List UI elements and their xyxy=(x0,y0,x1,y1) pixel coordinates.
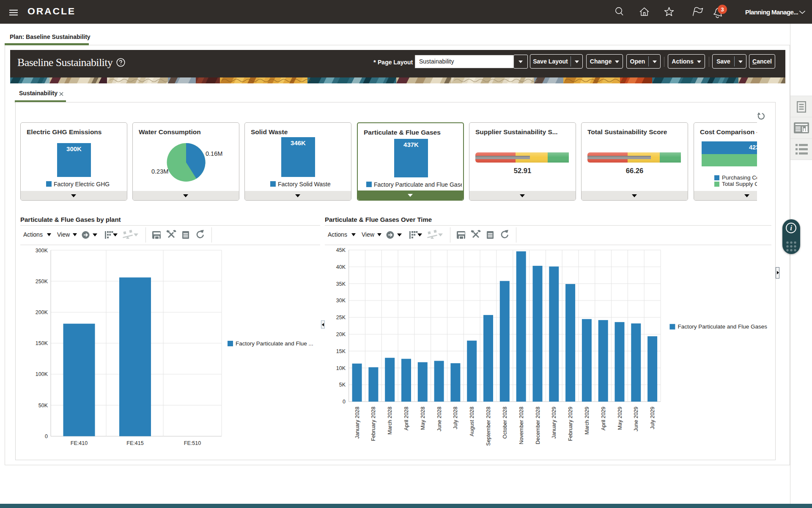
svg-text:May 2029: May 2029 xyxy=(617,406,623,430)
svg-text:250K: 250K xyxy=(36,279,48,284)
svg-text:March 2029: March 2029 xyxy=(584,406,590,434)
svg-text:25K: 25K xyxy=(336,315,346,320)
svg-text:20K: 20K xyxy=(336,331,346,337)
svg-text:September 2028: September 2028 xyxy=(486,406,491,445)
svg-text:300K: 300K xyxy=(36,248,48,254)
svg-text:200K: 200K xyxy=(36,309,48,315)
svg-text:August 2028: August 2028 xyxy=(469,406,475,436)
svg-text:FE:510: FE:510 xyxy=(184,440,201,446)
svg-text:0: 0 xyxy=(343,399,346,405)
svg-text:150K: 150K xyxy=(36,340,48,346)
svg-text:April 2028: April 2028 xyxy=(403,406,409,430)
svg-text:10K: 10K xyxy=(336,365,346,371)
svg-text:0.16M: 0.16M xyxy=(206,150,222,157)
svg-text:April 2029: April 2029 xyxy=(601,406,606,430)
svg-text:Factory Particulate and Flue G: Factory Particulate and Flue Gases xyxy=(678,323,767,330)
svg-text:July 2029: July 2029 xyxy=(650,406,656,429)
svg-text:May 2028: May 2028 xyxy=(420,406,426,430)
svg-text:0: 0 xyxy=(45,433,48,439)
svg-text:January 2028: January 2028 xyxy=(354,406,360,439)
svg-text:30K: 30K xyxy=(336,298,346,304)
svg-text:June 2029: June 2029 xyxy=(633,406,639,431)
svg-text:FE:415: FE:415 xyxy=(126,440,143,446)
svg-text:15K: 15K xyxy=(336,348,346,354)
svg-text:5K: 5K xyxy=(339,382,346,388)
svg-text:November 2028: November 2028 xyxy=(518,406,524,444)
svg-text:February 2029: February 2029 xyxy=(568,406,573,441)
svg-text:100K: 100K xyxy=(36,371,48,377)
svg-text:35K: 35K xyxy=(336,281,346,287)
svg-text:December 2028: December 2028 xyxy=(535,406,541,444)
svg-text:40K: 40K xyxy=(336,264,346,270)
svg-text:March 2028: March 2028 xyxy=(387,406,393,434)
svg-text:February 2028: February 2028 xyxy=(370,406,376,441)
svg-text:January 2029: January 2029 xyxy=(551,406,557,439)
svg-text:FE:410: FE:410 xyxy=(71,440,88,446)
svg-text:0.23M: 0.23M xyxy=(151,168,168,175)
svg-text:Factory Particulate and Flue .: Factory Particulate and Flue ... xyxy=(236,340,313,347)
svg-text:50K: 50K xyxy=(38,403,48,409)
svg-text:July 2028: July 2028 xyxy=(453,406,458,429)
svg-text:45K: 45K xyxy=(336,247,346,253)
svg-text:June 2028: June 2028 xyxy=(436,406,442,431)
svg-text:October 2028: October 2028 xyxy=(502,406,508,439)
